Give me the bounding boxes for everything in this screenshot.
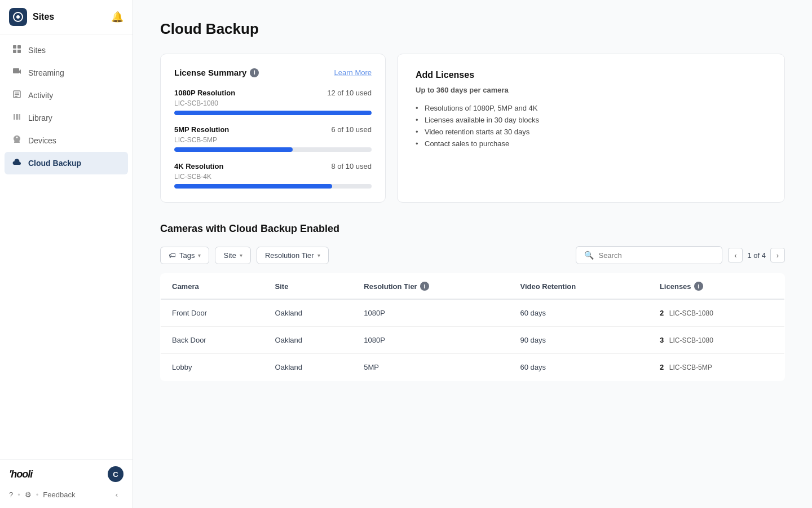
cameras-section-heading: Cameras with Cloud Backup Enabled — [160, 223, 785, 235]
sidebar-item-devices[interactable]: Devices — [0, 129, 133, 152]
table-row: Front Door Oakland 1080P 60 days 2 LIC-S… — [161, 299, 785, 327]
sidebar-label-sites: Sites — [28, 46, 46, 55]
cell-retention-0: 60 days — [509, 299, 648, 327]
sidebar-nav: Sites Streaming Activity — [0, 34, 133, 459]
table-row: Back Door Oakland 1080P 90 days 3 LIC-SC… — [161, 327, 785, 354]
resolution-tier-chevron-icon: ▾ — [317, 252, 320, 259]
sidebar: Sites 🔔 Sites St — [0, 0, 133, 508]
cell-site-2: Oakland — [264, 354, 353, 381]
license-usage-1080p: 12 of 10 used — [327, 89, 372, 97]
app-title: Sites — [33, 12, 54, 22]
svg-rect-6 — [13, 68, 19, 73]
sidebar-item-library[interactable]: Library — [0, 107, 133, 129]
cell-licenses-0: 2 LIC-SCB-1080 — [648, 299, 785, 327]
license-code-4k: LIC-SCB-4K — [174, 173, 372, 181]
site-chevron-icon: ▾ — [240, 252, 242, 259]
progress-bar-bg-5mp — [174, 147, 372, 152]
sidebar-label-cloud-backup: Cloud Backup — [28, 159, 81, 168]
sidebar-header: Sites 🔔 — [0, 0, 133, 34]
sidebar-collapse-button[interactable]: ‹ — [110, 488, 123, 501]
cell-camera-1: Back Door — [161, 327, 264, 354]
table-row: Lobby Oakland 5MP 60 days 2 LIC-SCB-5MP — [161, 354, 785, 381]
license-name-4k: 4K Resolution — [174, 162, 223, 170]
main-content: Cloud Backup License Summary i Learn Mor… — [133, 0, 812, 508]
bullet-0: Resolutions of 1080P, 5MP and 4K — [416, 102, 766, 114]
tag-icon: 🏷 — [169, 251, 176, 260]
bullet-3: Contact sales to purchase — [416, 138, 766, 150]
settings-icon[interactable]: ⚙ — [25, 491, 32, 499]
license-code-tag-0: LIC-SCB-1080 — [669, 309, 713, 317]
svg-rect-4 — [13, 50, 16, 53]
col-video-retention: Video Retention — [509, 274, 648, 300]
cell-site-0: Oakland — [264, 299, 353, 327]
license-code-tag-1: LIC-SCB-1080 — [669, 336, 713, 344]
cell-retention-1: 90 days — [509, 327, 648, 354]
cell-site-1: Oakland — [264, 327, 353, 354]
add-licenses-subtitle: Up to 360 days per camera — [416, 86, 766, 94]
footer-links: ? • ⚙ • Feedback ‹ — [9, 488, 123, 501]
sidebar-label-activity: Activity — [28, 91, 53, 100]
top-cards: License Summary i Learn More 1080P Resol… — [160, 54, 785, 203]
notifications-icon[interactable]: 🔔 — [111, 11, 123, 23]
progress-bar-fill-5mp — [174, 147, 293, 152]
avatar[interactable]: C — [108, 466, 123, 482]
license-summary-card: License Summary i Learn More 1080P Resol… — [160, 54, 386, 203]
license-item-5mp: 5MP Resolution 6 of 10 used LIC-SCB-5MP — [174, 125, 372, 152]
pagination-next-button[interactable]: › — [770, 248, 785, 262]
sidebar-item-streaming[interactable]: Streaming — [0, 62, 133, 84]
resolution-tier-info-icon[interactable]: i — [420, 282, 429, 291]
col-licenses: Licenses i — [648, 274, 785, 300]
pagination-prev-button[interactable]: ‹ — [728, 248, 743, 262]
svg-rect-9 — [15, 94, 19, 95]
cloud-backup-icon — [11, 157, 23, 169]
tags-chevron-icon: ▾ — [198, 252, 201, 259]
logo-area: Sites — [9, 8, 54, 26]
sidebar-label-devices: Devices — [28, 136, 56, 145]
svg-rect-3 — [17, 45, 21, 49]
learn-more-link[interactable]: Learn More — [334, 68, 372, 77]
license-count-1: 3 — [660, 336, 664, 344]
cell-retention-2: 60 days — [509, 354, 648, 381]
progress-bar-bg-4k — [174, 184, 372, 189]
company-name: 'hooli — [9, 468, 32, 480]
sidebar-item-sites[interactable]: Sites — [0, 39, 133, 62]
progress-bar-fill-4k — [174, 184, 332, 189]
pagination-label: 1 of 4 — [747, 251, 766, 260]
svg-point-1 — [16, 15, 20, 19]
sidebar-label-streaming: Streaming — [28, 68, 64, 77]
streaming-icon — [11, 67, 23, 78]
sidebar-item-cloud-backup[interactable]: Cloud Backup — [5, 152, 128, 174]
resolution-tier-filter-button[interactable]: Resolution Tier ▾ — [257, 247, 329, 264]
resolution-tier-label: Resolution Tier — [265, 251, 314, 260]
col-resolution-tier: Resolution Tier i — [352, 274, 509, 300]
search-icon: 🔍 — [584, 251, 594, 260]
feedback-link[interactable]: Feedback — [43, 491, 75, 499]
cell-resolution-1: 1080P — [352, 327, 509, 354]
cameras-table: Camera Site Resolution Tier i Video Rete… — [160, 273, 785, 381]
help-button[interactable]: ? — [9, 491, 13, 499]
license-item-1080p: 1080P Resolution 12 of 10 used LIC-SCB-1… — [174, 89, 372, 115]
bullet-2: Video retention starts at 30 days — [416, 126, 766, 138]
sidebar-footer: 'hooli C ? • ⚙ • Feedback ‹ — [0, 459, 133, 508]
library-icon — [11, 112, 23, 124]
search-input[interactable] — [598, 251, 714, 260]
license-summary-heading: License Summary — [174, 68, 246, 77]
search-box: 🔍 — [576, 246, 722, 264]
cell-camera-2: Lobby — [161, 354, 264, 381]
license-summary-info-icon[interactable]: i — [250, 68, 259, 77]
svg-rect-8 — [15, 93, 19, 94]
progress-bar-fill-1080p — [174, 111, 372, 115]
site-filter-button[interactable]: Site ▾ — [215, 247, 250, 264]
add-licenses-heading: Add Licenses — [416, 70, 766, 80]
filters-row: 🏷 Tags ▾ Site ▾ Resolution Tier ▾ 🔍 ‹ 1 … — [160, 246, 785, 264]
licenses-info-icon[interactable]: i — [694, 282, 703, 291]
license-code-1080p: LIC-SCB-1080 — [174, 99, 372, 107]
license-summary-header: License Summary i Learn More — [174, 68, 372, 77]
sidebar-item-activity[interactable]: Activity — [0, 84, 133, 107]
tags-filter-button[interactable]: 🏷 Tags ▾ — [160, 247, 209, 264]
sites-icon — [11, 45, 23, 56]
svg-rect-2 — [13, 45, 16, 49]
progress-bar-bg-1080p — [174, 111, 372, 115]
license-usage-4k: 8 of 10 used — [331, 162, 372, 170]
bullet-1: Licenses available in 30 day blocks — [416, 114, 766, 126]
